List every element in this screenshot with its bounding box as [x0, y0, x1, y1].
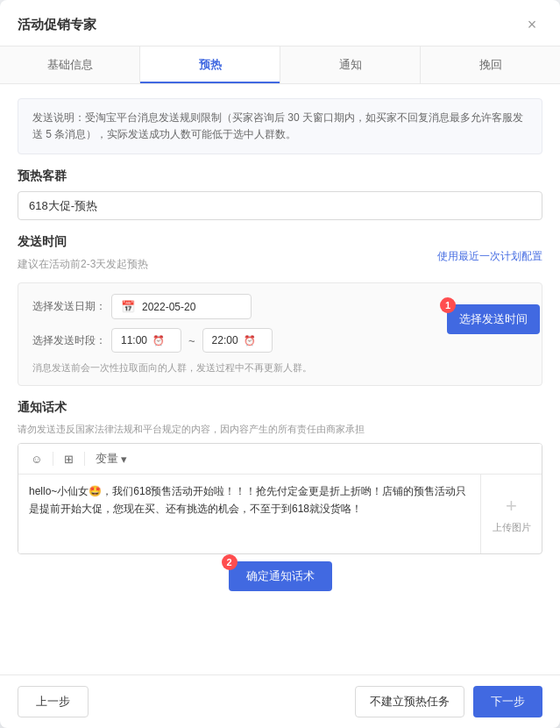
notification-hint: 请勿发送违反国家法律法规和平台规定的内容，因内容产生的所有责任由商家承担 — [18, 423, 542, 436]
emoji-icon: ☺ — [31, 453, 42, 466]
date-input[interactable]: 📅 2022-05-20 — [111, 294, 252, 319]
clock-icon-start: ⏰ — [152, 335, 165, 346]
send-time-label: 发送时间 建议在活动前2-3天发起预热 — [18, 234, 148, 279]
step-recall[interactable]: 挽回 — [421, 46, 560, 83]
time-start-value: 11:00 — [121, 334, 147, 346]
step-preheat[interactable]: 预热 — [140, 46, 280, 83]
date-label: 选择发送日期： — [32, 299, 111, 314]
editor-area: hello~小仙女🤩，我们618预售活动开始啦！！！抢先付定金更是折上折哟！店铺… — [18, 475, 542, 553]
dialog-header: 活动促销专家 × — [0, 0, 560, 46]
editor-box: ☺ ⊞ 变量 ▾ hello~小仙女🤩，我们618预售活动开始啦！！！抢先付定金… — [18, 443, 542, 554]
calendar-icon: 📅 — [121, 300, 135, 313]
image-icon: ⊞ — [64, 453, 74, 466]
editor-toolbar: ☺ ⊞ 变量 ▾ — [18, 444, 542, 475]
upload-area[interactable]: + 上传图片 — [480, 475, 542, 553]
dialog-content: 发送说明：受淘宝平台消息发送规则限制（买家咨询后 30 天窗口期内，如买家不回复… — [0, 84, 560, 674]
step-notify[interactable]: 通知 — [280, 46, 421, 83]
no-setup-button[interactable]: 不建立预热任务 — [355, 686, 464, 717]
preheat-group-input[interactable] — [18, 191, 542, 220]
dialog-footer: 上一步 不建立预热任务 下一步 — [0, 674, 560, 728]
upload-label: 上传图片 — [493, 521, 531, 534]
use-last-config-link[interactable]: 使用最近一次计划配置 — [437, 249, 542, 264]
time-separator: ~ — [188, 334, 195, 347]
clock-icon-end: ⏰ — [244, 335, 256, 346]
notification-label: 通知话术 — [18, 400, 542, 416]
send-time-header: 发送时间 建议在活动前2-3天发起预热 使用最近一次计划配置 — [18, 234, 542, 279]
send-time-section: 发送时间 建议在活动前2-3天发起预热 使用最近一次计划配置 1 选择发送时间 … — [18, 234, 542, 386]
dialog-title: 活动促销专家 — [18, 17, 96, 33]
confirm-btn-area: 2 确定通知话术 — [18, 561, 542, 591]
preheat-group-label: 预热客群 — [18, 168, 542, 184]
notice-text: 发送说明：受淘宝平台消息发送规则限制（买家咨询后 30 天窗口期内，如买家不回复… — [32, 111, 523, 140]
send-time-hint: 消息发送前会一次性拉取面向的人群，发送过程中不再更新人群。 — [32, 361, 528, 375]
time-start-input[interactable]: 11:00 ⏰ — [111, 328, 181, 353]
steps-nav: 基础信息 预热 通知 挽回 — [0, 46, 560, 84]
editor-content[interactable]: hello~小仙女🤩，我们618预售活动开始啦！！！抢先付定金更是折上折哟！店铺… — [18, 475, 480, 553]
date-value: 2022-05-20 — [142, 301, 195, 313]
emoji-button[interactable]: ☺ — [27, 451, 46, 467]
next-button[interactable]: 下一步 — [473, 686, 542, 717]
time-range: 11:00 ⏰ ~ 22:00 ⏰ — [111, 328, 273, 353]
confirm-notif-badge: 2 — [222, 554, 237, 570]
time-end-value: 22:00 — [212, 334, 238, 346]
notice-box: 发送说明：受淘宝平台消息发送规则限制（买家咨询后 30 天窗口期内，如买家不回复… — [18, 98, 542, 154]
variable-label: 变量 — [96, 451, 118, 467]
time-label: 选择发送时段： — [32, 333, 111, 348]
footer-right: 不建立预热任务 下一步 — [355, 686, 542, 717]
notification-section: 通知话术 请勿发送违反国家法律法规和平台规定的内容，因内容产生的所有责任由商家承… — [18, 400, 542, 591]
variable-arrow: ▾ — [121, 453, 127, 466]
dialog: 活动促销专家 × 基础信息 预热 通知 挽回 发送说明：受淘宝平台消息发送规则限… — [0, 0, 560, 728]
toolbar-divider-2 — [84, 452, 85, 466]
close-button[interactable]: × — [521, 14, 542, 35]
send-time-box: 1 选择发送时间 选择发送日期： 📅 2022-05-20 选择发送时段： — [18, 282, 542, 386]
variable-button[interactable]: 变量 ▾ — [92, 449, 131, 468]
toolbar-divider-1 — [53, 452, 53, 466]
image-btn[interactable]: ⊞ — [60, 451, 77, 467]
confirm-notif-button[interactable]: 2 确定通知话术 — [229, 561, 332, 591]
upload-plus-icon: + — [506, 495, 517, 517]
time-end-input[interactable]: 22:00 ⏰ — [202, 328, 273, 353]
prev-button[interactable]: 上一步 — [18, 686, 89, 717]
select-time-button[interactable]: 1 选择发送时间 — [447, 304, 540, 334]
preheat-group-section: 预热客群 — [18, 168, 542, 220]
select-time-badge: 1 — [440, 297, 456, 313]
step-basic[interactable]: 基础信息 — [0, 46, 140, 83]
